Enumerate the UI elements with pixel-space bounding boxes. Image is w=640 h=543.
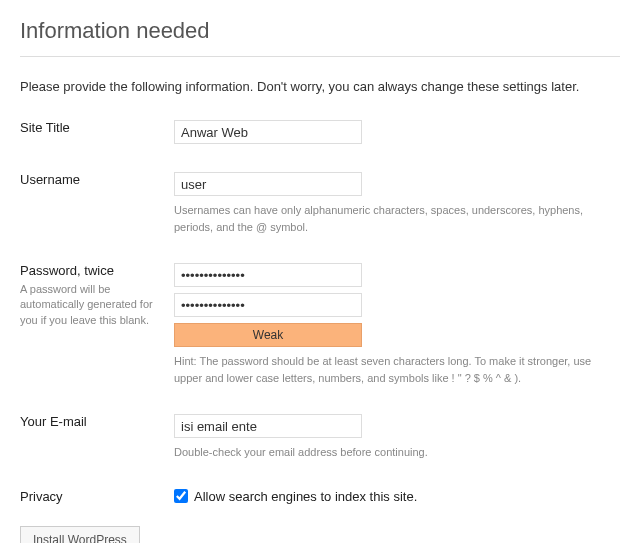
password-input-2[interactable] — [174, 293, 362, 317]
divider — [20, 56, 620, 57]
site-title-input[interactable] — [174, 120, 362, 144]
row-email: Your E-mail Double-check your email addr… — [20, 414, 620, 461]
username-input[interactable] — [174, 172, 362, 196]
password-hint: Hint: The password should be at least se… — [174, 353, 614, 386]
privacy-checkbox[interactable] — [174, 489, 188, 503]
password-input-1[interactable] — [174, 263, 362, 287]
privacy-checkbox-label[interactable]: Allow search engines to index this site. — [194, 489, 417, 504]
row-password: Password, twice A password will be autom… — [20, 263, 620, 386]
row-site-title: Site Title — [20, 120, 620, 144]
install-wordpress-button[interactable]: Install WordPress — [20, 526, 140, 544]
site-title-label: Site Title — [20, 120, 160, 135]
username-help: Usernames can have only alphanumeric cha… — [174, 202, 614, 235]
row-username: Username Usernames can have only alphanu… — [20, 172, 620, 235]
page-title: Information needed — [20, 18, 620, 44]
username-label: Username — [20, 172, 160, 187]
email-label: Your E-mail — [20, 414, 160, 429]
privacy-label: Privacy — [20, 489, 160, 504]
row-privacy: Privacy Allow search engines to index th… — [20, 489, 620, 504]
password-label-help: A password will be automatically generat… — [20, 282, 160, 328]
email-input[interactable] — [174, 414, 362, 438]
password-label: Password, twice — [20, 263, 160, 278]
email-help: Double-check your email address before c… — [174, 444, 614, 461]
password-strength-meter: Weak — [174, 323, 362, 347]
intro-text: Please provide the following information… — [20, 79, 620, 94]
